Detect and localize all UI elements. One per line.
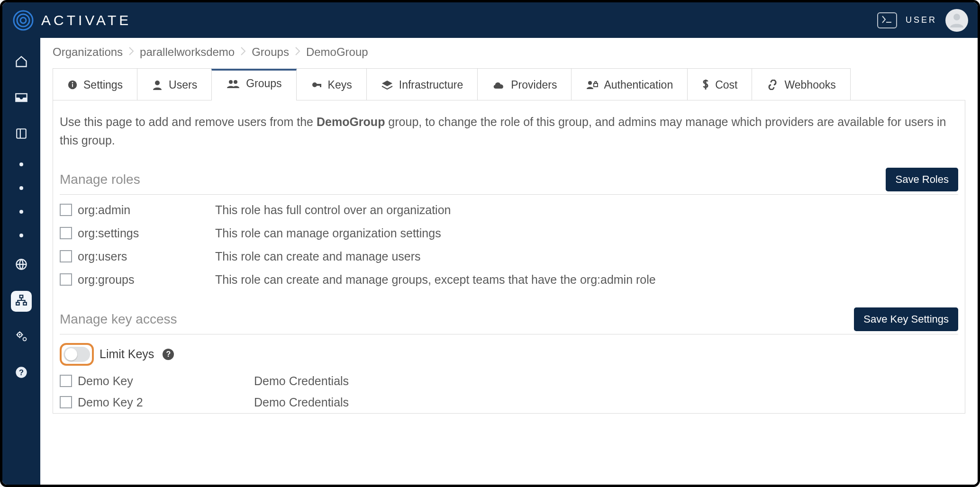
crumb-group-name[interactable]: DemoGroup [306,45,368,59]
inbox-icon [15,91,28,106]
sidebar-globe[interactable] [11,255,32,276]
panel-icon [15,127,27,142]
sidebar-help[interactable]: ? [11,363,32,384]
dot-icon [19,186,23,190]
toggle-knob-icon [65,348,77,361]
sidebar-dot-1[interactable] [19,160,23,169]
dot-icon [19,234,23,237]
svg-point-2 [20,18,26,23]
svg-point-23 [155,81,160,85]
role-name: org:settings [78,226,215,240]
svg-point-24 [229,80,233,84]
info-icon [67,80,78,90]
roles-section-head: Manage roles Save Roles [60,168,958,195]
terminal-icon [882,16,892,25]
role-row: org:admin This role has full control ove… [60,198,958,222]
crumb-organizations[interactable]: Organizations [53,45,123,59]
role-checkbox[interactable] [60,204,72,216]
role-checkbox[interactable] [60,273,72,286]
tab-label: Cost [715,79,737,91]
org-chart-icon [15,294,27,308]
role-row: org:groups This role can create and mana… [60,268,958,291]
svg-point-12 [19,334,21,336]
svg-rect-30 [594,83,598,87]
limit-keys-row: Limit Keys ? [60,334,958,370]
svg-text:?: ? [19,368,24,377]
tab-settings[interactable]: Settings [53,68,137,100]
layers-icon [381,80,393,90]
dot-icon [19,162,23,166]
svg-rect-10 [23,302,27,305]
sidebar-settings[interactable] [11,327,32,348]
key-checkbox[interactable] [60,396,72,408]
key-row: Demo Key Demo Credentials [60,370,958,392]
header-bar: ACTIVATE USER [2,2,978,38]
tabs: Settings Users Groups [53,68,965,100]
tab-providers[interactable]: Providers [477,68,572,100]
auth-icon [586,80,598,90]
question-icon: ? [166,350,171,359]
sidebar-org[interactable] [11,291,32,312]
sidebar-inbox[interactable] [11,88,32,109]
tab-cost[interactable]: Cost [687,68,752,100]
keys-section-head: Manage key access Save Key Settings [60,307,958,334]
tab-label: Providers [511,79,557,91]
role-row: org:users This role can create and manag… [60,245,958,268]
role-name: org:users [78,250,215,263]
tab-infrastructure[interactable]: Infrastructure [366,68,478,100]
crumb-org-slug[interactable]: parallelworksdemo [140,45,235,59]
key-desc: Demo Credentials [254,396,349,409]
svg-point-4 [953,14,960,20]
crumb-groups[interactable]: Groups [252,45,289,59]
svg-point-26 [312,82,317,87]
app-frame: ACTIVATE USER [0,0,980,487]
key-icon [311,80,322,90]
header-right: USER [877,9,968,32]
tab-groups[interactable]: Groups [211,69,296,100]
brand-name: ACTIVATE [41,12,131,28]
tab-label: Groups [246,77,281,90]
role-desc: This role has full control over an organ… [215,203,451,217]
user-avatar-icon [949,11,965,29]
tab-users[interactable]: Users [137,68,212,100]
tab-keys[interactable]: Keys [296,68,367,100]
sidebar-dot-4[interactable] [19,231,23,240]
link-icon [766,80,779,90]
chevron-right-icon [294,45,301,59]
role-checkbox[interactable] [60,250,72,262]
save-roles-button[interactable]: Save Roles [886,168,958,191]
tab-webhooks[interactable]: Webhooks [752,68,850,100]
tab-authentication[interactable]: Authentication [571,68,688,100]
home-icon [15,55,28,70]
key-checkbox[interactable] [60,375,72,387]
logo-group[interactable]: ACTIVATE [12,9,131,32]
role-row: org:settings This role can manage organi… [60,222,958,245]
tab-label: Settings [83,79,123,91]
sidebar-dot-2[interactable] [19,184,23,192]
limit-keys-label: Limit Keys [100,347,154,361]
limit-keys-help[interactable]: ? [163,349,174,360]
svg-rect-5 [17,129,26,138]
key-name: Demo Key 2 [78,396,143,409]
dot-icon [19,210,23,214]
sidebar-dot-3[interactable] [19,207,23,216]
tab-label: Authentication [604,79,673,91]
users-group-icon [226,79,240,89]
gears-icon [15,330,28,345]
main-content: Organizations parallelworksdemo Groups D… [40,38,978,485]
tab-label: Infrastructure [399,79,463,91]
terminal-button[interactable] [877,12,897,28]
avatar[interactable] [945,9,968,32]
chevron-right-icon [239,45,247,59]
sidebar-home[interactable] [11,52,32,73]
limit-keys-toggle[interactable] [64,347,90,362]
svg-point-1 [17,14,29,27]
svg-point-13 [23,337,27,341]
save-key-settings-button[interactable]: Save Key Settings [854,307,958,331]
user-label: USER [906,15,937,25]
role-checkbox[interactable] [60,227,72,239]
page-description: Use this page to add and remove users fr… [53,100,965,154]
intro-pre: Use this page to add and remove users fr… [60,115,317,128]
sidebar-panel[interactable] [11,124,32,145]
role-desc: This role can create and manage users [215,250,421,263]
